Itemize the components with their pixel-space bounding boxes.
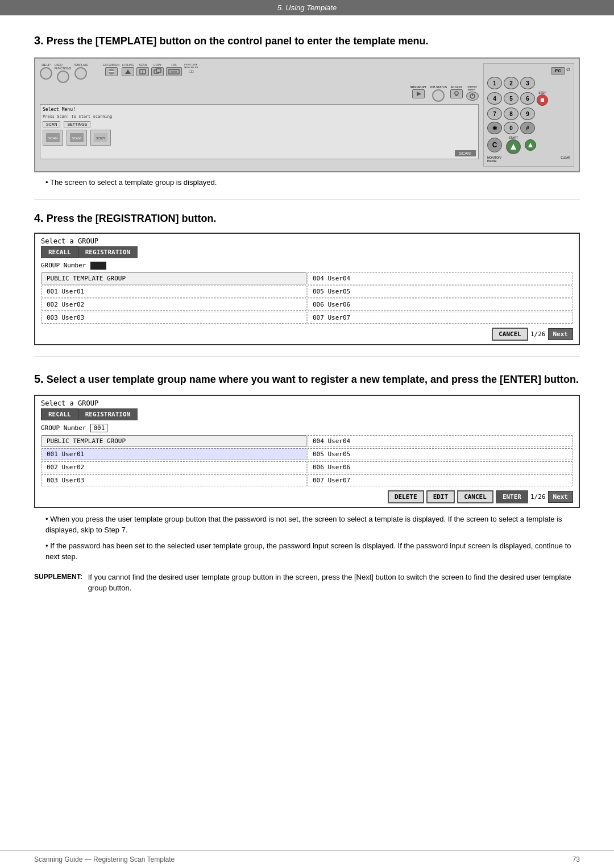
page-num-1: 1/26 [530,330,546,338]
start-btn [506,139,521,154]
group-row-user01[interactable]: 001 User01 [42,286,306,297]
svg-marker-8 [417,92,421,96]
key-star: ✱ [487,122,502,134]
alt-start-section [525,139,536,151]
group-number-indicator-1 [90,262,106,270]
cp-printdata-label: PRINT DATAMEMORY RX □□ [184,63,198,83]
group-row-user02-2[interactable]: 002 User02 [42,461,306,473]
group-row-public[interactable]: PUBLIC TEMPLATE GROUP [42,272,306,284]
group-panel-1: Select a GROUP RECALL REGISTRATION GROUP… [34,233,580,345]
group-row-user03-2[interactable]: 003 User03 [42,474,306,486]
next-button-1[interactable]: Next [548,328,574,340]
cp-interrupt-label: INTERRUPT [410,85,426,102]
numpad: 1 2 3 4 5 6 STOP 7 [487,77,570,163]
cp-scan-tab: SCAN [43,121,60,127]
edit-button[interactable]: EDIT [426,490,455,503]
cp-ext-label: EXTENSION [103,63,119,83]
fc-button: FC [551,67,565,75]
group-number-value-2: 001 [90,424,107,432]
step3-bullet1: The screen to select a template group is… [45,177,580,188]
svg-rect-7 [171,71,177,73]
cp-fax-label: FAX [166,63,182,83]
group-row-user02[interactable]: 002 User02 [42,299,306,311]
footer-left: Scanning Guide — Registering Scan Templa… [34,855,175,863]
enter-button[interactable]: ENTER [496,490,528,503]
cp-scan-big-btn: SCAN! [455,150,476,156]
copy-btn-cp [151,67,164,76]
clear-icon: ∅ [566,67,570,75]
group-row-user05[interactable]: 005 User05 [308,286,572,297]
group-row-user05-2[interactable]: 005 User05 [308,448,572,460]
cp-fc-row: FC ∅ [487,67,570,75]
key-8: 8 [504,108,518,120]
svg-text:SCAN: SCAN [48,137,58,140]
svg-marker-19 [511,144,516,150]
numpad-row-4: ✱ 0 # [487,122,570,134]
key-7: 7 [487,108,502,120]
numpad-row-3: 7 8 9 [487,108,570,120]
ext-btn [105,67,118,76]
group-row-user07-2[interactable]: 007 User07 [308,474,572,486]
tab-registration-1[interactable]: REGISTRATION [78,246,138,258]
group-row-user06[interactable]: 006 User06 [308,299,572,311]
key-2: 2 [504,77,518,89]
supplement-label: SUPPLEMENT: [34,572,82,594]
cp-right-buttons: INTERRUPT JOB STATUS ACCESS ENERGYS [40,85,479,102]
page-num-2: 1/26 [530,493,546,501]
cp-scan-icon3: SCN?? [90,130,111,146]
cp-screen-section: HELP USERFUNCTIONS TEMPLATE EXTENSION [40,63,479,167]
cp-spacer [90,63,101,83]
svg-point-9 [455,92,458,95]
tab-recall-2[interactable]: RECALL [41,408,78,420]
cp-main-screen: Select Menu! Press Scan! to start scanni… [40,104,479,159]
key-9: 9 [520,108,535,120]
bottom-footer: Scanning Guide — Registering Scan Templa… [0,850,614,868]
key-6: 6 [520,92,535,105]
help-btn [40,67,52,80]
group-number-row-2: GROUP Number 001 [35,423,579,435]
alt-start-btn [525,139,536,151]
group-row-user03[interactable]: 003 User03 [42,312,306,324]
svg-rect-5 [156,69,161,72]
cp-energysaver-label: ENERGYSAVER [466,85,479,102]
next-button-2[interactable]: Next [548,491,574,503]
tab-registration-2[interactable]: REGISTRATION [78,408,138,420]
section-divider-2 [34,357,580,357]
template-btn [74,67,87,80]
cancel-button-1[interactable]: CANCEL [492,328,528,341]
group-row-user01-2[interactable]: 001 User01 [42,448,306,460]
group-rows-2: PUBLIC TEMPLATE GROUP 004 User04 001 Use… [35,435,579,487]
group-row-user04[interactable]: 004 User04 [308,272,572,284]
cp-scan-label: SCAN [136,63,149,83]
step4-heading: 4. Press the [REGISTRATION] button. [34,212,580,225]
cp-help-label: HELP [40,63,52,83]
tab-recall-1[interactable]: RECALL [41,246,78,258]
cp-access-label: ACCESS [450,85,463,102]
cp-scan-icon2: SCAN!! [67,130,87,146]
key-c: C [487,138,502,152]
efiling-btn [122,67,134,76]
key-4: 4 [487,92,502,105]
group-panel-1-tabs: RECALL REGISTRATION [35,246,579,261]
group-row-public-2[interactable]: PUBLIC TEMPLATE GROUP [42,435,306,447]
stop-btn [537,94,548,106]
group-row-user04-2[interactable]: 004 User04 [308,435,572,447]
header-title: 5. Using Template [277,3,337,12]
key-5: 5 [504,92,518,105]
fax-btn-cp [166,67,182,76]
key-1: 1 [487,77,502,89]
cp-template-label: TEMPLATE [73,63,88,83]
key-3: 3 [520,77,535,89]
cancel-button-2[interactable]: CANCEL [457,490,493,503]
numpad-row-5: C START [487,136,570,154]
scan-btn-cp [136,67,149,76]
group-row-user06-2[interactable]: 006 User06 [308,461,572,473]
group-row-user07[interactable]: 007 User07 [308,312,572,324]
group-panel-2-tabs: RECALL REGISTRATION [35,408,579,423]
key-0: 0 [504,122,518,134]
delete-button[interactable]: DELETE [388,490,424,503]
numpad-row-1: 1 2 3 [487,77,570,89]
supplement-text: If you cannot find the desired user temp… [88,572,580,594]
cp-jobstatus-label: JOB STATUS [430,85,447,102]
cp-numpad-section: FC ∅ 1 2 3 4 5 6 STOP [483,63,574,167]
